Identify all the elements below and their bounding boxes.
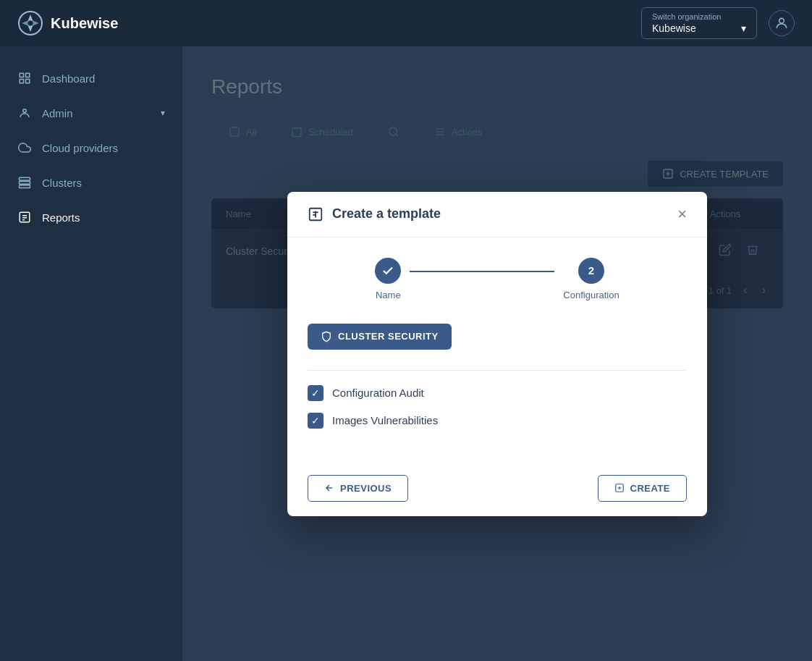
checkbox-configuration-audit[interactable]: ✓ Configuration Audit — [308, 385, 687, 401]
grid-icon — [17, 71, 32, 85]
app-logo: Kubewise — [17, 10, 118, 36]
org-switcher-label: Switch organization — [652, 12, 746, 21]
checkbox-label-audit: Configuration Audit — [332, 387, 424, 399]
modal-close-button[interactable]: × — [677, 206, 687, 222]
check-audit-icon: ✓ — [311, 387, 320, 399]
sidebar-item-admin-label: Admin — [42, 107, 151, 119]
modal-stepper: Name 2 Configuration — [308, 258, 687, 300]
svg-rect-3 — [26, 73, 30, 77]
step-connector — [410, 271, 554, 272]
sidebar-item-cloud-providers-label: Cloud providers — [42, 142, 165, 154]
sidebar-item-clusters-label: Clusters — [42, 177, 165, 189]
create-template-modal: Create a template × — [287, 192, 707, 516]
cluster-security-tag[interactable]: CLUSTER SECURITY — [308, 324, 452, 350]
check-icon — [381, 264, 394, 277]
cloud-icon — [17, 140, 32, 155]
stepper-step1: Name — [375, 258, 401, 300]
main-layout: Dashboard Admin ▾ Cloud providers — [0, 46, 812, 661]
user-icon — [774, 16, 789, 30]
svg-rect-4 — [20, 80, 23, 83]
stepper-step2: 2 Configuration — [563, 258, 619, 300]
shield-icon — [321, 331, 332, 342]
step2-label: Configuration — [563, 290, 619, 300]
sidebar-item-dashboard[interactable]: Dashboard — [0, 61, 182, 96]
checkbox-box-vulns: ✓ — [308, 413, 323, 429]
svg-rect-5 — [26, 80, 30, 83]
app-header: Kubewise Switch organization Kubewise ▾ — [0, 0, 812, 46]
clusters-icon — [17, 175, 32, 190]
user-avatar[interactable] — [769, 10, 795, 36]
arrow-left-icon — [324, 483, 334, 493]
modal-footer: PREVIOUS CREATE — [287, 460, 707, 516]
modal-header: Create a template × — [287, 192, 707, 237]
svg-point-6 — [23, 109, 27, 113]
logo-icon — [17, 10, 43, 36]
step1-label: Name — [376, 290, 401, 300]
app-name: Kubewise — [51, 15, 118, 32]
content-area: Reports All Scheduled Actions — [182, 46, 812, 661]
modal-body: Name 2 Configuration — [287, 237, 707, 460]
sidebar-item-cloud-providers[interactable]: Cloud providers — [0, 130, 182, 165]
create-icon — [614, 483, 625, 493]
previous-button[interactable]: PREVIOUS — [308, 475, 408, 502]
sidebar-item-clusters[interactable]: Clusters — [0, 165, 182, 200]
sidebar-item-dashboard-label: Dashboard — [42, 72, 165, 85]
chevron-right-icon: ▾ — [161, 108, 165, 118]
org-switcher-value: Kubewise ▾ — [652, 22, 746, 34]
step1-circle — [375, 258, 401, 284]
modal-title: Create a template — [308, 206, 441, 222]
svg-rect-8 — [20, 182, 30, 185]
sidebar: Dashboard Admin ▾ Cloud providers — [0, 46, 182, 661]
admin-icon — [17, 106, 32, 120]
checkbox-images-vulnerabilities[interactable]: ✓ Images Vulnerabilities — [308, 413, 687, 429]
sidebar-item-reports[interactable]: Reports — [0, 200, 182, 235]
reports-icon — [17, 210, 32, 224]
check-vulns-icon: ✓ — [311, 415, 320, 426]
section-divider — [308, 370, 687, 371]
step2-circle: 2 — [578, 258, 604, 284]
checkbox-label-vulns: Images Vulnerabilities — [332, 414, 438, 426]
sidebar-item-admin[interactable]: Admin ▾ — [0, 96, 182, 130]
org-switcher[interactable]: Switch organization Kubewise ▾ — [641, 7, 757, 39]
svg-rect-7 — [20, 177, 30, 180]
header-right: Switch organization Kubewise ▾ — [641, 7, 795, 39]
svg-rect-2 — [20, 73, 23, 77]
checkbox-box-audit: ✓ — [308, 385, 323, 401]
create-button[interactable]: CREATE — [598, 475, 687, 502]
sidebar-item-reports-label: Reports — [42, 211, 165, 224]
template-icon — [308, 206, 323, 222]
svg-rect-9 — [20, 185, 30, 188]
modal-overlay: Create a template × — [182, 46, 812, 661]
svg-point-1 — [779, 18, 784, 23]
chevron-down-icon: ▾ — [741, 22, 746, 34]
